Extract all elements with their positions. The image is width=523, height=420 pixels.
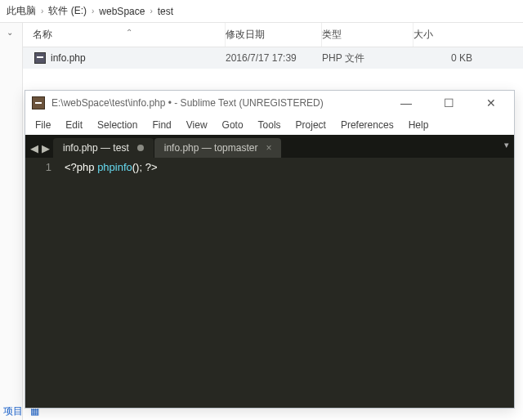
editor: ◀ ▶ info.php — test info.php — topmaster…: [25, 135, 514, 408]
chevron-down-icon[interactable]: ▾: [504, 140, 509, 150]
status-items-label: 项目: [3, 405, 23, 417]
menu-tools[interactable]: Tools: [252, 118, 288, 132]
menu-file[interactable]: File: [29, 118, 57, 132]
minimize-button[interactable]: —: [388, 92, 424, 114]
table-row[interactable]: info.php 2016/7/17 17:39 PHP 文件 0 KB: [23, 47, 523, 69]
close-button[interactable]: ✕: [473, 92, 509, 114]
menu-project[interactable]: Project: [289, 118, 333, 132]
tab-nav: ◀ ▶: [29, 142, 53, 158]
line-number: 1: [25, 161, 51, 173]
column-date[interactable]: 修改日期: [226, 23, 322, 47]
column-label: 名称: [33, 28, 52, 42]
tab-info-topmaster[interactable]: info.php — topmaster ×: [154, 138, 282, 158]
menu-preferences[interactable]: Preferences: [334, 118, 400, 132]
sublime-window: E:\webSpace\test\info.php • - Sublime Te…: [25, 90, 515, 409]
nav-pane[interactable]: ⌄: [0, 23, 23, 420]
breadcrumb-item[interactable]: webSpace: [99, 6, 145, 17]
titlebar[interactable]: E:\webSpace\test\info.php • - Sublime Te…: [25, 91, 514, 115]
cell-type: PHP 文件: [322, 51, 413, 65]
column-type[interactable]: 类型: [322, 23, 413, 47]
maximize-icon: ☐: [444, 96, 454, 109]
nav-back-icon[interactable]: ◀: [30, 142, 38, 154]
chevron-right-icon: ›: [41, 7, 43, 16]
breadcrumb-item[interactable]: 此电脑: [7, 4, 36, 18]
menu-goto[interactable]: Goto: [216, 118, 250, 132]
minimize-icon: —: [400, 96, 412, 109]
cell-size: 0 KB: [413, 52, 481, 64]
token-function: phpinfo: [97, 161, 132, 173]
column-label: 修改日期: [226, 28, 265, 42]
column-label: 大小: [413, 29, 433, 40]
code-area[interactable]: 1 <?php phpinfo(); ?>: [25, 158, 514, 408]
cell-date: 2016/7/17 17:39: [226, 52, 322, 64]
tab-label: info.php — test: [63, 142, 129, 154]
code-content[interactable]: <?php phpinfo(); ?>: [60, 158, 514, 408]
file-name: info.php: [51, 52, 86, 64]
menu-edit[interactable]: Edit: [59, 118, 89, 132]
menu-selection[interactable]: Selection: [91, 118, 144, 132]
sort-indicator-icon: ⌃: [126, 28, 132, 37]
breadcrumb-item[interactable]: 软件 (E:): [48, 4, 87, 18]
menu-view[interactable]: View: [180, 118, 214, 132]
token-rest: (); ?>: [132, 161, 158, 173]
column-headers[interactable]: 名称 ⌃ 修改日期 类型 大小: [23, 23, 523, 47]
chevron-down-icon: ⌄: [7, 28, 13, 37]
php-file-icon: [34, 52, 46, 64]
tabbar: ◀ ▶ info.php — test info.php — topmaster…: [25, 135, 514, 158]
breadcrumb-item[interactable]: test: [158, 6, 173, 17]
window-title: E:\webSpace\test\info.php • - Sublime Te…: [51, 97, 382, 109]
cell-name: info.php: [23, 52, 226, 64]
maximize-button[interactable]: ☐: [431, 92, 467, 114]
column-label: 类型: [322, 28, 342, 42]
tab-label: info.php — topmaster: [164, 142, 258, 154]
gutter: 1: [25, 158, 60, 408]
menubar: File Edit Selection Find View Goto Tools…: [25, 115, 514, 135]
menu-help[interactable]: Help: [402, 118, 436, 132]
column-size[interactable]: 大小: [413, 28, 481, 42]
menu-find[interactable]: Find: [145, 118, 177, 132]
chevron-right-icon: ›: [150, 7, 152, 16]
dirty-indicator-icon: [137, 145, 144, 151]
token-open-tag: <?php: [65, 161, 97, 173]
breadcrumb[interactable]: 此电脑 › 软件 (E:) › webSpace › test: [0, 0, 523, 23]
nav-forward-icon[interactable]: ▶: [42, 142, 50, 154]
tab-info-test[interactable]: info.php — test: [53, 138, 154, 158]
app-icon: [32, 96, 45, 109]
close-tab-icon[interactable]: ×: [266, 142, 271, 154]
column-name[interactable]: 名称 ⌃: [23, 23, 226, 47]
close-icon: ✕: [486, 96, 496, 109]
chevron-right-icon: ›: [92, 7, 94, 16]
